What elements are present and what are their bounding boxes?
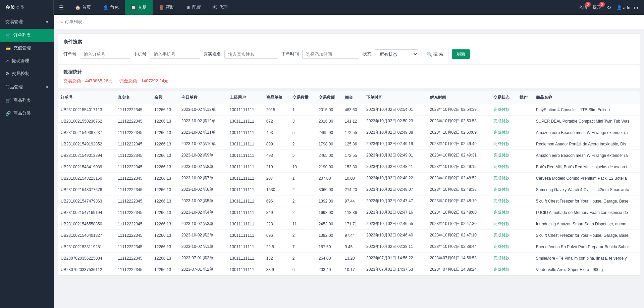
cell-orderNo: UB2310021549013294 [58, 150, 115, 161]
cell-action[interactable] [517, 218, 533, 230]
col-amount: 交易数额 [316, 91, 342, 104]
cell-action[interactable] [517, 253, 533, 264]
cell-todayOrders: 2023-10-02 第4单 [179, 207, 227, 218]
cell-releaseTime: 2023年10月02日 02:54:39 [427, 104, 491, 116]
table-row: UB23070203562250841111222234512266.13202… [58, 253, 640, 264]
cell-qty: 2 [290, 230, 316, 241]
cell-action[interactable] [517, 161, 533, 173]
table-row: UB23100215474798631111222234512266.13202… [58, 195, 640, 207]
cell-action[interactable] [517, 184, 533, 195]
cell-commission: 97.44 [342, 230, 364, 241]
real-name-input[interactable] [224, 50, 278, 59]
nav-role-label: 角色 [110, 4, 119, 10]
cell-qty: 1 [290, 173, 316, 184]
cell-realName: 11112222345 [115, 218, 152, 230]
cell-action[interactable] [517, 264, 533, 275]
cell-unitPrice: 132 [264, 253, 290, 264]
sidebar-group-trade-header[interactable]: 交易管理 ▾ [0, 15, 54, 29]
recharge-badge: 0 [585, 2, 591, 7]
cell-parentUser: 13011111111 [227, 173, 264, 184]
cell-qty: 2 [290, 253, 316, 264]
cell-amount: 157.50 [316, 241, 342, 253]
col-action: 操作 [517, 91, 533, 104]
status-select[interactable]: 所有状态 完成付款 待付款 已取消 [375, 49, 418, 59]
cell-action[interactable] [517, 207, 533, 218]
table-row: UB23100215480776761111222234512266.13202… [58, 184, 640, 195]
cell-releaseTime: 2023年10月02日 02:47:30 [427, 218, 491, 230]
cell-orderNo: UB2310021548077676 [58, 184, 115, 195]
cell-unitPrice: 696 [264, 195, 290, 207]
agent-icon: ⓪ [213, 4, 217, 10]
chevron-down-icon: ▾ [46, 19, 48, 25]
sidebar-item-goods-category[interactable]: 🔗 商品分类 [0, 107, 54, 120]
col-balance: 余额 [152, 91, 179, 104]
cell-status: 完成付款 [491, 241, 517, 253]
nav-item-help[interactable]: 🚪 帮助 [153, 0, 180, 15]
col-commission: 佣金 [342, 91, 364, 104]
sidebar-group-trade-label: 交易管理 [5, 19, 23, 25]
cell-qty: 10 [290, 161, 316, 173]
cell-orderNo: UB2310021554017113 [58, 104, 115, 116]
nav-item-agent[interactable]: ⓪ 代理 [207, 0, 234, 15]
cell-unitPrice: 219 [264, 161, 290, 173]
cell-productName: Samsung Galaxy Watch 4 Classic 42mm Smar… [533, 184, 640, 195]
cell-action[interactable] [517, 195, 533, 207]
col-order-time: 下单时间 [364, 91, 427, 104]
col-status: 交易状态 [491, 91, 517, 104]
cell-action[interactable] [517, 241, 533, 253]
cell-realName: 11112222345 [115, 195, 152, 207]
cell-amount: 1698.00 [316, 207, 342, 218]
nav-item-home[interactable]: 🏠 首页 [69, 0, 97, 15]
cell-orderNo: UB2310021548419039 [58, 161, 115, 173]
cell-commission: 483.60 [342, 104, 364, 116]
nav-item-role[interactable]: 👤 角色 [97, 0, 125, 15]
cell-releaseTime: 2023年10月02日 02:48:38 [427, 184, 491, 195]
phone-input[interactable] [150, 50, 200, 59]
sidebar-item-goods-list[interactable]: 🛒 商品列表 [0, 94, 54, 107]
cell-action[interactable] [517, 127, 533, 138]
cell-qty: 6 [290, 264, 316, 275]
refresh-icon-top[interactable]: ↻ [607, 4, 611, 11]
cell-orderNo: UB2307020337536112 [58, 264, 115, 275]
cell-parentUser: 13011111111 [227, 138, 264, 150]
sidebar-item-withdraw-manage[interactable]: ↗ 提现管理 [0, 54, 54, 67]
cell-qty: 2 [290, 184, 316, 195]
cell-commission: 9.45 [342, 241, 364, 253]
cell-commission: 172.55 [342, 150, 364, 161]
order-time-input[interactable] [302, 50, 359, 59]
cell-amount: 207.00 [316, 173, 342, 184]
order-no-input[interactable] [80, 50, 130, 59]
refresh-button[interactable]: 刷新 [452, 49, 470, 59]
cell-orderTime: 2023年10月02日 02:49:38 [364, 127, 427, 138]
cell-action[interactable] [517, 116, 533, 127]
withdraw-manage-icon: ↗ [5, 58, 9, 63]
config-icon: ⚙ [186, 5, 191, 10]
total-label: 交易总额：4478865.26元 [63, 78, 113, 84]
cell-productName: Redlemon Asador Portátil de Acero Inoxid… [533, 138, 640, 150]
cell-parentUser: 13011111111 [227, 207, 264, 218]
cell-unitPrice: 22.5 [264, 241, 290, 253]
cell-action[interactable] [517, 138, 533, 150]
sidebar-item-trade-control[interactable]: ⚙ 交易控制 [0, 67, 54, 80]
cell-action[interactable] [517, 230, 533, 241]
sidebar-item-order-list[interactable]: 🛒 订单列表 [0, 29, 54, 42]
recharge-btn[interactable]: 充值 0 [579, 4, 587, 10]
cell-productName: SUPER DEAL Portable Compact Mini Twin Tu… [533, 116, 640, 127]
cell-realName: 11112222345 [115, 104, 152, 116]
stats-title: 数据统计 [63, 69, 634, 75]
cell-parentUser: 13011111111 [227, 127, 264, 138]
admin-btn[interactable]: 👤 admin ▾ [616, 5, 639, 10]
sidebar-group-goods-header[interactable]: 商品管理 ▾ [0, 80, 54, 94]
nav-item-config[interactable]: ⚙ 配置 [180, 0, 207, 15]
cell-action[interactable] [517, 104, 533, 116]
cell-commission: 141.12 [342, 116, 364, 127]
cell-todayOrders: 2023-07-01 第3单 [179, 253, 227, 264]
cell-action[interactable] [517, 173, 533, 184]
nav-item-trade[interactable]: 🔲 交易 [125, 0, 153, 15]
withdraw-btn[interactable]: 提现 0 [593, 4, 601, 10]
cell-parentUser: 13011111111 [227, 264, 264, 275]
search-button[interactable]: 🔍 搜 索 [422, 49, 448, 59]
cell-action[interactable] [517, 150, 533, 161]
nav-item-menu-icon[interactable]: ☰ [54, 0, 69, 15]
sidebar-item-recharge-manage[interactable]: 💳 充值管理 [0, 42, 54, 54]
